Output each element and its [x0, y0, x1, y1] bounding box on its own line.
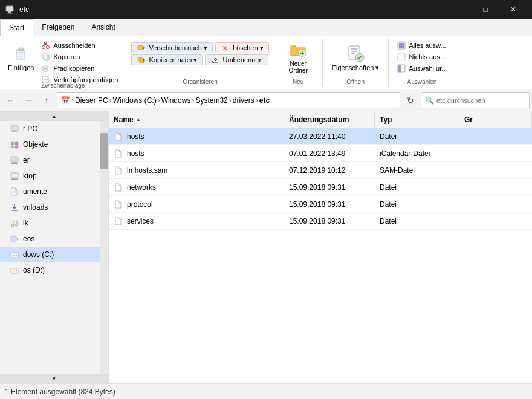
cut-icon [41, 41, 51, 50]
file-row[interactable]: services 15.09.2018 09:31 Datei [109, 213, 532, 230]
file-type: iCalendar-Datei [380, 149, 430, 158]
svg-point-61 [16, 255, 17, 256]
svg-rect-2 [7, 13, 13, 14]
file-cell-name: hosts [109, 145, 284, 161]
copy-path-button[interactable]: Pfad kopieren [38, 63, 121, 74]
search-box[interactable]: 🔍 [421, 92, 530, 108]
file-date: 15.09.2018 09:31 [289, 200, 345, 209]
file-row[interactable]: lmhosts.sam 07.12.2019 10:12 SAM-Datei [109, 162, 532, 179]
svg-point-55 [11, 224, 14, 227]
col-header-name[interactable]: Name ▲ [109, 111, 284, 128]
sidebar-scroll-down[interactable]: ▼ [0, 374, 108, 383]
file-row[interactable]: hosts 07.01.2022 13:49 iCalendar-Datei [109, 145, 532, 162]
cut-label: Ausschneiden [53, 42, 95, 49]
svg-marker-58 [17, 238, 18, 240]
svg-text:✕: ✕ [222, 44, 228, 52]
properties-button[interactable]: Eigenschaften ▾ [328, 40, 384, 75]
file-row[interactable]: networks 15.09.2018 09:31 Datei [109, 179, 532, 196]
move-to-button[interactable]: Verschieben nach ▾ [131, 42, 213, 53]
sidebar-item-label-9: os (D:) [23, 266, 45, 274]
select-none-button[interactable]: Nichts aus... [394, 51, 450, 62]
tab-freigeben[interactable]: Freigeben [33, 19, 83, 36]
sidebar-scroll-up[interactable]: ▲ [0, 111, 108, 121]
breadcrumb-item-etc[interactable]: etc [259, 96, 270, 105]
breadcrumb-item-system32[interactable]: System32 [195, 96, 227, 105]
main-area: ▲ r PC [0, 111, 532, 383]
sidebar-item-label-5: vnloads [23, 203, 48, 212]
documents-icon [10, 187, 19, 196]
properties-label: Eigenschaften ▾ [332, 64, 380, 72]
col-date-label: Änderungsdatum [289, 115, 349, 124]
file-list-header: Name ▲ Änderungsdatum Typ Gr [109, 111, 532, 128]
svg-rect-21 [138, 45, 143, 50]
drive-c-icon [10, 250, 19, 259]
file-cell-size [459, 196, 532, 212]
sidebar-item-label-7: eos [23, 235, 34, 243]
sidebar-item-3[interactable]: ktop [0, 168, 108, 184]
copy-path-icon [41, 63, 51, 73]
sidebar-item-0[interactable]: r PC [0, 121, 108, 137]
file-row[interactable]: hosts 27.03.2022 11:40 Datei [109, 128, 532, 145]
sidebar-scrollbar[interactable] [100, 121, 108, 374]
forward-button[interactable]: → [21, 92, 36, 108]
up-button[interactable]: ↑ [39, 92, 54, 108]
invert-selection-button[interactable]: Auswahl ur... [394, 63, 450, 74]
sidebar-item-6[interactable]: ik [0, 215, 108, 231]
search-input[interactable] [436, 97, 525, 104]
downloads-icon [10, 203, 19, 212]
file-row[interactable]: protocol 15.09.2018 09:31 Datei [109, 196, 532, 213]
file-name: services [127, 217, 154, 225]
file-name: lmhosts.sam [127, 166, 167, 175]
copy-icon [41, 52, 51, 62]
col-header-size[interactable]: Gr [459, 111, 532, 128]
maximize-button[interactable]: □ [472, 0, 499, 19]
minimize-button[interactable]: — [444, 0, 472, 19]
sidebar-item-4[interactable]: umente [0, 184, 108, 199]
tab-ansicht[interactable]: Ansicht [83, 19, 123, 36]
sidebar-item-7[interactable]: eos [0, 231, 108, 247]
file-icon [114, 132, 123, 141]
svg-rect-35 [399, 43, 404, 48]
breadcrumb-item-windows[interactable]: Windows [161, 96, 191, 105]
refresh-button[interactable]: ↻ [403, 92, 418, 108]
close-button[interactable]: ✕ [499, 0, 527, 19]
sidebar-item-8[interactable]: dows (C:) [0, 247, 108, 262]
file-cell-type: Datei [375, 128, 459, 144]
col-type-label: Typ [380, 115, 392, 124]
new-folder-button[interactable]: Neuer Ordner [284, 40, 313, 75]
cut-button[interactable]: Ausschneiden [38, 40, 121, 51]
desktop2-icon [10, 171, 19, 181]
rename-button[interactable]: Umbenennen [205, 54, 268, 65]
properties-icon [346, 44, 365, 63]
col-header-date[interactable]: Änderungsdatum [284, 111, 375, 128]
sidebar: ▲ r PC [0, 111, 109, 383]
copy-button[interactable]: Kopieren [38, 51, 121, 62]
sidebar-item-2[interactable]: er [0, 152, 108, 168]
copy-to-button[interactable]: Kopieren nach ▾ [131, 54, 203, 65]
sidebar-item-9[interactable]: os (D:) [0, 262, 108, 278]
svg-rect-16 [43, 54, 48, 59]
breadcrumb-item-desktop[interactable]: 📅 [61, 96, 70, 105]
file-cell-date: 15.09.2018 09:31 [284, 196, 375, 212]
svg-rect-6 [18, 52, 25, 53]
file-cell-type: Datei [375, 196, 459, 212]
file-cell-type: iCalendar-Datei [375, 145, 459, 161]
select-all-button[interactable]: Alles ausw... [394, 40, 450, 51]
file-cell-size [459, 213, 532, 229]
svg-rect-38 [398, 65, 401, 72]
sidebar-item-1[interactable]: Objekte [0, 137, 108, 152]
sidebar-item-5[interactable]: vnloads [0, 199, 108, 215]
svg-rect-60 [12, 255, 15, 256]
back-button[interactable]: ← [2, 92, 18, 108]
breadcrumb-item-windows-c[interactable]: Windows (C:) [113, 96, 157, 105]
breadcrumb-item-dieser-pc[interactable]: Dieser PC [75, 96, 108, 105]
sidebar-scrollbar-thumb[interactable] [100, 133, 108, 169]
select-all-label: Alles ausw... [409, 42, 446, 49]
breadcrumb[interactable]: 📅 › Dieser PC › Windows (C:) › Windows ›… [57, 92, 400, 108]
delete-button[interactable]: ✕ Löschen ▾ [215, 42, 269, 53]
tab-start[interactable]: Start [0, 19, 33, 36]
file-cell-type: SAM-Datei [375, 162, 459, 178]
col-header-type[interactable]: Typ [375, 111, 459, 128]
breadcrumb-item-drivers[interactable]: drivers [233, 96, 255, 105]
paste-button[interactable]: Einfügen [5, 40, 37, 75]
